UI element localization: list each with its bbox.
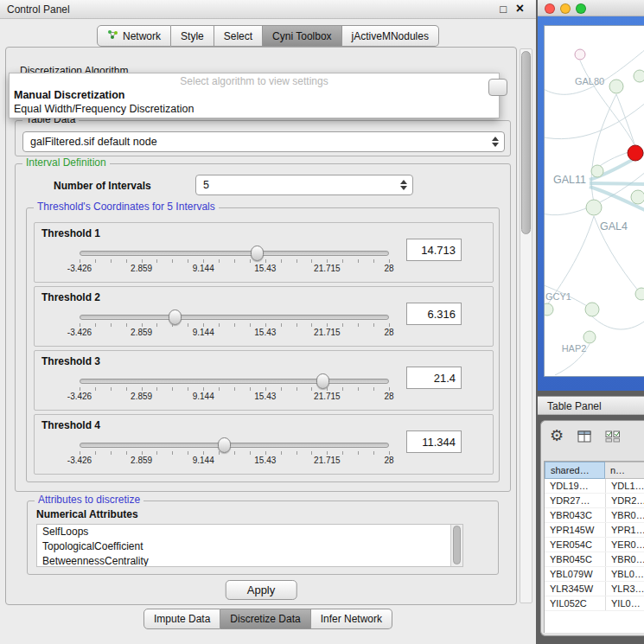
tab-label: Impute Data: [154, 613, 210, 625]
network-node[interactable]: [631, 190, 644, 204]
list-item[interactable]: TopologicalCoefficient: [37, 539, 462, 554]
node-label: GAL11: [553, 174, 586, 186]
window-zoom-button[interactable]: [576, 3, 586, 14]
column-header-name[interactable]: n…: [605, 462, 644, 479]
tab-jactivemnodules[interactable]: jActiveMNodules: [342, 25, 439, 47]
threshold-4-slider[interactable]: [80, 443, 389, 448]
network-view-frame: GAL80 GAL11 GAL4 GCY1 HAP2: [538, 16, 644, 391]
network-node[interactable]: [609, 80, 623, 93]
select-columns-icon[interactable]: [605, 430, 621, 446]
scale-label: -3.426: [67, 264, 92, 273]
panel-title: Control Panel: [7, 3, 70, 16]
slider-ticks: [80, 323, 390, 327]
list-item[interactable]: BetweennessCentrality: [37, 554, 462, 567]
table-cell: YBR0…: [605, 508, 644, 522]
tab-infer-network[interactable]: Infer Network: [311, 609, 392, 629]
tab-label: Style: [181, 30, 204, 42]
popup-item-equal-width-frequency[interactable]: Equal Width/Frequency Discretization: [10, 102, 499, 116]
table-cell: YDR2…: [605, 494, 644, 507]
threshold-4-value-field[interactable]: [406, 430, 462, 453]
network-node-selected[interactable]: [628, 145, 643, 161]
network-graph: GAL80 GAL11 GAL4 GCY1 HAP2: [545, 26, 644, 375]
column-header-shared-name[interactable]: shared…: [545, 462, 605, 479]
num-intervals-combo[interactable]: 5: [195, 175, 413, 195]
gear-icon[interactable]: ⚙: [550, 426, 564, 445]
network-node[interactable]: [545, 303, 553, 316]
numerical-attributes-list[interactable]: SelfLoops TopologicalCoefficient Between…: [36, 524, 463, 567]
tab-network[interactable]: Network: [97, 25, 171, 47]
combo-arrows-icon: [492, 137, 499, 147]
threshold-3-slider[interactable]: [80, 379, 389, 384]
tab-style[interactable]: Style: [171, 25, 214, 47]
table-data-group: Table Data galFiltered.sif default node: [15, 120, 511, 156]
tab-cyni-toolbox[interactable]: Cyni Toolbox: [263, 25, 341, 47]
columns-icon[interactable]: [577, 430, 591, 446]
network-node[interactable]: [591, 165, 603, 177]
table-data-combo[interactable]: galFiltered.sif default node: [22, 131, 505, 152]
scale-label: 28: [384, 328, 393, 337]
threshold-1-panel: Threshold 1 -3.426 2.859 9.144 15.43 21.…: [34, 222, 494, 283]
threshold-2-value-field[interactable]: [406, 303, 462, 325]
network-node[interactable]: [585, 303, 599, 316]
table-row[interactable]: YER054CYER0…: [545, 538, 644, 552]
table-cell: YLR3…: [605, 582, 644, 596]
network-node[interactable]: [635, 288, 644, 300]
apply-button[interactable]: Apply: [226, 580, 297, 600]
network-node[interactable]: [583, 331, 596, 343]
table-row[interactable]: YPR145WYPR1…: [545, 523, 644, 538]
window-minimize-button[interactable]: [560, 3, 571, 14]
popup-item-manual-discretization[interactable]: Manual Discretization: [10, 88, 499, 102]
table-row[interactable]: YDL19…YDL1…: [545, 479, 644, 494]
threshold-2-label: Threshold 2: [41, 291, 100, 303]
table-cell: YIL0…: [605, 596, 644, 610]
table-row[interactable]: YDR27…YDR2…: [545, 494, 644, 508]
slider-scale: -3.426 2.859 9.144 15.43 21.715 28: [80, 456, 389, 466]
interval-definition-title: Interval Definition: [22, 156, 110, 169]
numerical-attributes-label: Numerical Attributes: [36, 508, 138, 520]
network-canvas[interactable]: GAL80 GAL11 GAL4 GCY1 HAP2: [544, 25, 644, 377]
table-cell: YIL052C: [545, 596, 605, 610]
scale-label: -3.426: [67, 392, 92, 401]
tab-discretize-data[interactable]: Discretize Data: [220, 609, 310, 629]
network-tab-icon: [107, 29, 118, 42]
table-cell: YDL1…: [605, 479, 644, 493]
scale-label: -3.426: [67, 456, 92, 465]
list-item[interactable]: SelfLoops: [37, 525, 462, 539]
threshold-2-slider[interactable]: [80, 315, 389, 320]
table-row[interactable]: YLR345WYLR3…: [545, 582, 644, 596]
close-panel-icon[interactable]: ×: [516, 1, 524, 16]
table-row[interactable]: YBR043CYBR0…: [545, 508, 644, 523]
float-window-icon[interactable]: □: [500, 3, 507, 16]
scrollbar-thumb[interactable]: [453, 526, 461, 564]
network-node[interactable]: [575, 49, 585, 60]
scale-label: 15.43: [254, 456, 276, 465]
table-row[interactable]: YBR045CYBR0…: [545, 552, 644, 567]
scale-label: 2.859: [131, 456, 152, 465]
threshold-3-value-field[interactable]: [406, 367, 462, 389]
table-cell: YBL0…: [605, 567, 644, 581]
threshold-1-slider[interactable]: [80, 251, 389, 256]
tab-impute-data[interactable]: Impute Data: [143, 609, 220, 629]
table-row[interactable]: YBL079WYBL0…: [545, 567, 644, 582]
node-label: HAP2: [562, 343, 587, 354]
table-panel-window: ⚙ shared… n… YDL19…YDL1… YDR27…YDR2… YBR…: [540, 420, 644, 636]
tab-label: jActiveMNodules: [352, 30, 429, 42]
algorithm-combo-button[interactable]: [488, 79, 507, 96]
threshold-3-label: Threshold 3: [41, 355, 100, 367]
network-node[interactable]: [634, 70, 644, 82]
tab-select[interactable]: Select: [214, 25, 263, 47]
control-panel-scrollbar[interactable]: [520, 48, 532, 603]
table-cell: YBL079W: [545, 567, 605, 581]
threshold-4-panel: Threshold 4 -3.426 2.859 9.144 15.43 21.…: [34, 414, 494, 475]
attributes-group: Attributes to discretize Numerical Attri…: [27, 501, 499, 575]
window-close-button[interactable]: [545, 3, 555, 14]
num-intervals-value: 5: [203, 175, 209, 194]
table-row[interactable]: YIL052CYIL0…: [545, 596, 644, 611]
list-scrollbar[interactable]: [450, 525, 462, 566]
scrollbar-thumb[interactable]: [521, 51, 531, 234]
threshold-1-value-field[interactable]: [406, 239, 462, 261]
algorithm-dropdown-popup: Select algorithm to view settings Manual…: [9, 73, 500, 118]
table-toolbar: ⚙: [541, 421, 644, 456]
thresholds-group: Threshold's Coordinates for 5 Intervals …: [26, 207, 500, 482]
network-node[interactable]: [586, 200, 602, 215]
